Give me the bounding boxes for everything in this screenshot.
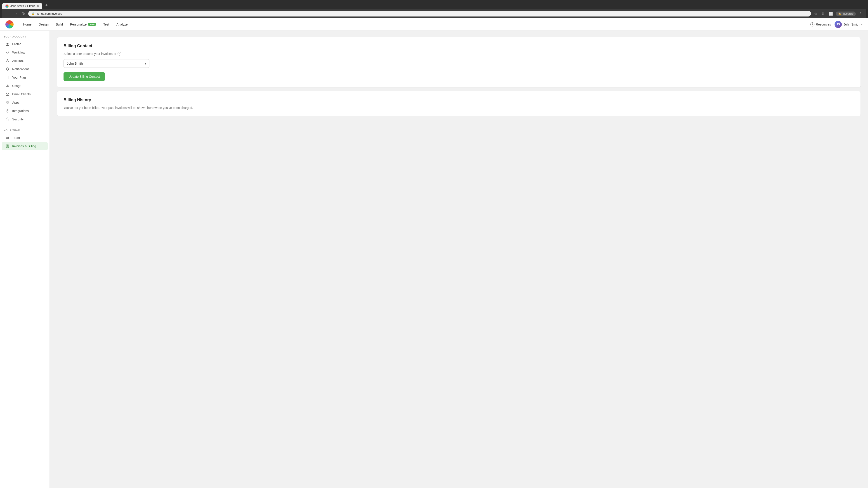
sidebar-divider (0, 126, 50, 126)
new-tab-button[interactable]: + (43, 2, 50, 9)
incognito-badge: 🕵 Incognito (836, 11, 856, 16)
svg-rect-11 (8, 101, 9, 102)
back-button[interactable]: ← (4, 11, 11, 17)
chevron-down-icon: ▾ (861, 23, 863, 26)
sidebar-item-usage[interactable]: Usage (2, 82, 48, 90)
nav-item-home[interactable]: Home (20, 21, 35, 28)
plan-icon (5, 75, 9, 79)
app-body: YOUR ACCOUNT Profile Workflow Account (0, 31, 868, 488)
sidebar-item-email-clients[interactable]: Email Clients (2, 90, 48, 98)
billing-contact-subtitle: Select a user to send your invoices to ? (64, 52, 854, 56)
sidebar-item-account[interactable]: Account (2, 57, 48, 65)
user-select[interactable]: John Smith (64, 59, 149, 68)
svg-rect-2 (8, 51, 9, 52)
reload-button[interactable]: ↻ (21, 11, 26, 17)
user-menu[interactable]: JS John Smith ▾ (835, 21, 863, 28)
svg-point-17 (8, 137, 8, 138)
billing-empty-message: You've not yet been billed. Your past in… (64, 106, 854, 109)
svg-point-0 (7, 43, 8, 44)
nav-item-build[interactable]: Build (53, 21, 66, 28)
sidebar-item-invoices-billing[interactable]: Invoices & Billing (2, 142, 48, 150)
sidebar: YOUR ACCOUNT Profile Workflow Account (0, 31, 50, 488)
svg-rect-10 (6, 101, 7, 102)
nav-item-analyze[interactable]: Analyze (113, 21, 131, 28)
sidebar-item-invoices-billing-label: Invoices & Billing (12, 144, 36, 148)
incognito-label: Incognito (842, 12, 854, 15)
sidebar-item-usage-label: Usage (12, 84, 21, 88)
lock-icon: 🔒 (31, 12, 35, 15)
help-icon[interactable]: ? (118, 52, 121, 56)
forward-button[interactable]: → (13, 11, 19, 17)
sidebar-item-workflow[interactable]: Workflow (2, 48, 48, 57)
address-bar[interactable]: 🔒 litmus.com/invoices (28, 11, 811, 17)
update-billing-contact-button[interactable]: Update Billing Contact (64, 72, 105, 81)
tab-close-button[interactable]: × (37, 4, 39, 8)
user-name-label: John Smith (844, 23, 860, 26)
sidebar-item-profile-label: Profile (12, 42, 21, 46)
user-select-wrapper: John Smith ▾ (64, 59, 149, 68)
download-button[interactable]: ⬇ (820, 11, 826, 17)
sidebar-item-account-label: Account (12, 59, 24, 63)
sidebar-item-profile[interactable]: Profile (2, 40, 48, 48)
sidebar-item-workflow-label: Workflow (12, 51, 25, 54)
integrations-icon (5, 109, 9, 113)
bookmark-button[interactable]: ☆ (813, 11, 819, 17)
browser-chrome: John Smith > Litmus × + ← → ↻ 🔒 litmus.c… (0, 0, 868, 488)
svg-rect-12 (6, 103, 7, 104)
avatar: JS (835, 21, 842, 28)
email-icon (5, 92, 9, 96)
billing-contact-title: Billing Contact (64, 43, 854, 48)
sidebar-item-email-clients-label: Email Clients (12, 92, 31, 96)
svg-point-16 (6, 137, 7, 138)
apps-icon (5, 101, 9, 105)
personalize-badge: New (88, 23, 96, 26)
avatar-initials: JS (836, 23, 840, 26)
lock-icon (5, 117, 9, 121)
billing-history-title: Billing History (64, 98, 854, 102)
your-team-label: YOUR TEAM (0, 129, 50, 133)
nav-item-design[interactable]: Design (35, 21, 52, 28)
tab-title: John Smith > Litmus (10, 4, 35, 8)
svg-rect-15 (6, 119, 9, 121)
resources-button[interactable]: i Resources (810, 22, 831, 26)
invoice-icon (5, 144, 9, 148)
sidebar-item-apps-label: Apps (12, 101, 20, 104)
browser-tab[interactable]: John Smith > Litmus × (2, 3, 42, 9)
sidebar-item-security[interactable]: Security (2, 115, 48, 123)
sidebar-item-notifications[interactable]: Notifications (2, 65, 48, 73)
billing-contact-card: Billing Contact Select a user to send yo… (57, 37, 861, 88)
sidebar-item-team[interactable]: Team (2, 134, 48, 142)
svg-point-14 (7, 111, 8, 111)
svg-rect-1 (6, 51, 7, 52)
menu-button[interactable]: ⋮ (857, 11, 864, 17)
workflow-icon (5, 51, 9, 55)
sidebar-item-your-plan[interactable]: Your Plan (2, 73, 48, 82)
url-text: litmus.com/invoices (37, 12, 62, 15)
info-icon: i (810, 22, 814, 26)
sidebar-item-team-label: Team (12, 136, 20, 140)
main-content: Billing Contact Select a user to send yo… (50, 31, 868, 488)
svg-rect-5 (6, 76, 9, 79)
app-logo[interactable] (5, 20, 13, 29)
sidebar-item-integrations[interactable]: Integrations (2, 107, 48, 115)
sidebar-item-security-label: Security (12, 118, 24, 121)
extensions-button[interactable]: ⬜ (827, 11, 834, 17)
camera-icon (5, 42, 9, 46)
sidebar-item-notifications-label: Notifications (12, 67, 29, 71)
your-account-label: YOUR ACCOUNT (0, 35, 50, 40)
incognito-icon: 🕵 (838, 12, 841, 15)
svg-rect-13 (8, 103, 9, 104)
team-icon (5, 136, 9, 140)
app-header: Home Design Build Personalize New Test A… (0, 18, 868, 31)
bar-chart-icon (5, 84, 9, 88)
bell-icon (5, 67, 9, 71)
nav-item-personalize[interactable]: Personalize New (67, 21, 99, 28)
person-icon (5, 59, 9, 63)
svg-point-4 (7, 60, 8, 61)
tab-favicon (5, 4, 8, 8)
header-right: i Resources JS John Smith ▾ (810, 21, 863, 28)
nav-item-test[interactable]: Test (100, 21, 112, 28)
sidebar-item-your-plan-label: Your Plan (12, 76, 26, 79)
sidebar-item-integrations-label: Integrations (12, 109, 29, 113)
sidebar-item-apps[interactable]: Apps (2, 98, 48, 107)
